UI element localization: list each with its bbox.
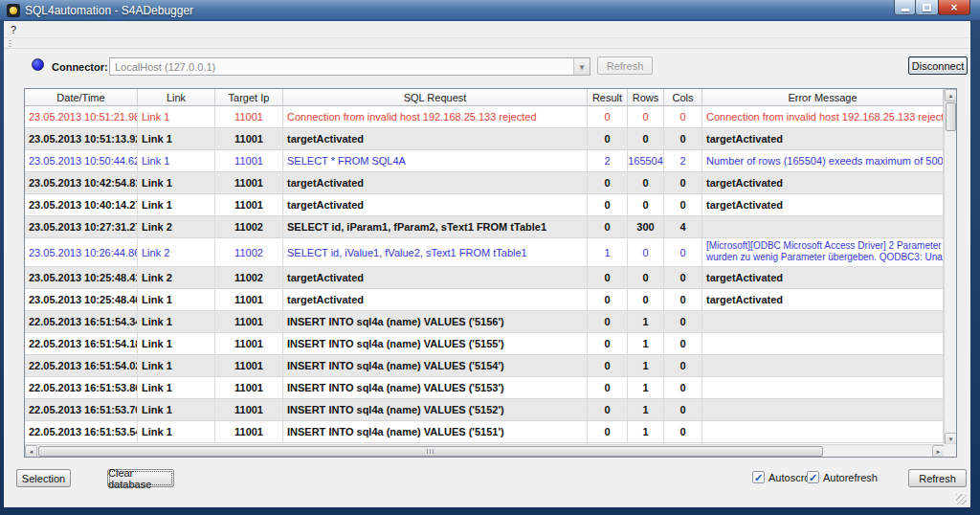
disconnect-button[interactable]: Disconnect (908, 56, 968, 75)
cell-datetime: 22.05.2013 16:51:53.708 (25, 399, 138, 420)
cell-link: Link 1 (138, 194, 215, 215)
table-body: 23.05.2013 10:51:21.988Link 111001Connec… (25, 106, 944, 443)
column-header-datetime[interactable]: Date/Time (25, 89, 138, 105)
cell-datetime: 23.05.2013 10:51:21.988 (25, 106, 138, 127)
column-header-result[interactable]: Result (588, 89, 628, 105)
table-row[interactable]: 23.05.2013 10:27:31.274Link 211002SELECT… (25, 216, 944, 238)
cell-target_ip: 11002 (215, 216, 283, 237)
table-row[interactable]: 22.05.2013 16:51:53.546Link 111001INSERT… (25, 421, 944, 443)
cell-error (702, 333, 944, 354)
cell-sql_request: targetActivated (283, 289, 588, 310)
cell-sql_request: INSERT INTO sql4a (name) VALUES ('5155') (283, 333, 588, 354)
cell-sql_request: INSERT INTO sql4a (name) VALUES ('5156') (283, 311, 588, 332)
cell-cols: 0 (664, 333, 702, 354)
cell-result: 0 (588, 421, 628, 442)
cell-link: Link 2 (138, 238, 215, 266)
column-header-rows[interactable]: Rows (628, 89, 664, 105)
table-row[interactable]: 23.05.2013 10:26:44.860Link 211002SELECT… (25, 238, 944, 267)
cell-cols: 0 (664, 128, 702, 149)
cell-link: Link 1 (138, 355, 215, 376)
cell-result: 0 (588, 333, 628, 354)
cell-link: Link 1 (138, 289, 215, 310)
cell-cols: 0 (664, 377, 702, 398)
cell-result: 0 (588, 172, 628, 193)
cell-link: Link 1 (138, 421, 215, 442)
refresh-button[interactable]: Refresh (908, 469, 967, 487)
cell-rows: 0 (628, 128, 664, 149)
column-header-sql-request[interactable]: SQL Request (283, 89, 588, 105)
cell-cols: 0 (664, 311, 702, 332)
cell-sql_request: targetActivated (283, 172, 588, 193)
cell-link: Link 1 (138, 377, 215, 398)
cell-cols: 0 (664, 194, 702, 215)
table-row[interactable]: 23.05.2013 10:40:14.273Link 111001target… (25, 194, 944, 216)
cell-result: 0 (588, 377, 628, 398)
table-row[interactable]: 22.05.2013 16:51:53.868Link 111001INSERT… (25, 377, 944, 399)
table-row[interactable]: 22.05.2013 16:51:54.348Link 111001INSERT… (25, 311, 944, 333)
scroll-left-icon[interactable]: ◄ (25, 445, 37, 458)
table-row[interactable]: 22.05.2013 16:51:54.028Link 111001INSERT… (25, 355, 944, 377)
cell-link: Link 1 (138, 311, 215, 332)
minimize-button[interactable] (894, 0, 916, 15)
clear-database-button[interactable]: Clear database (107, 469, 174, 487)
table-row[interactable]: 23.05.2013 10:50:44.627Link 111001SELECT… (25, 150, 944, 172)
cell-error: targetActivated (702, 128, 944, 149)
maximize-icon (923, 4, 931, 11)
column-header-error-message[interactable]: Error Message (702, 89, 944, 105)
titlebar[interactable]: SQL4automation - S4ADebugger × (0, 0, 980, 21)
cell-result: 1 (588, 238, 628, 266)
cell-link: Link 1 (138, 128, 215, 149)
toolbar-drag-handle[interactable] (9, 40, 11, 47)
cell-cols: 2 (664, 150, 702, 171)
connector-select[interactable]: LocalHost (127.0.0.1) ▾ (109, 57, 590, 76)
autoscroll-checkbox[interactable]: ✓ (752, 471, 765, 483)
connector-refresh-button[interactable]: Refresh (597, 56, 653, 75)
cell-error: targetActivated (702, 194, 944, 215)
v-scroll-thumb[interactable] (946, 102, 956, 131)
cell-rows: 1 (628, 399, 664, 420)
cell-sql_request: SELECT id, iValue1, fValue2, sText1 FROM… (283, 238, 588, 266)
cell-rows: 1 (628, 333, 664, 354)
maximize-button[interactable] (916, 0, 938, 15)
cell-target_ip: 11001 (215, 150, 283, 171)
cell-error: Number of rows (165504) exeeds maximum o… (702, 150, 944, 171)
connector-label: Connector: (52, 61, 108, 73)
autorefresh-checkbox-group: ✓ Autorefresh (807, 471, 878, 483)
cell-result: 0 (588, 289, 628, 310)
cell-target_ip: 11001 (215, 194, 283, 215)
horizontal-scrollbar[interactable]: ◄ ► (25, 444, 945, 457)
scroll-up-icon[interactable]: ▲ (945, 89, 957, 101)
table-row[interactable]: 22.05.2013 16:51:53.708Link 111001INSERT… (25, 399, 944, 421)
table-row[interactable]: 22.05.2013 16:51:54.188Link 111001INSERT… (25, 333, 944, 355)
autorefresh-checkbox[interactable]: ✓ (807, 471, 819, 483)
table-row[interactable]: 23.05.2013 10:51:13.925Link 111001target… (25, 128, 944, 150)
cell-error (702, 311, 944, 332)
table-row[interactable]: 23.05.2013 10:42:54.817Link 111001target… (25, 172, 944, 194)
cell-datetime: 23.05.2013 10:50:44.627 (25, 150, 138, 171)
cell-target_ip: 11001 (215, 333, 283, 354)
autoscroll-checkbox-group: ✓ Autoscroll (752, 471, 814, 483)
selection-button[interactable]: Selection (16, 469, 71, 487)
chevron-down-icon[interactable]: ▾ (573, 58, 590, 75)
cell-result: 0 (588, 194, 628, 215)
cell-datetime: 22.05.2013 16:51:53.546 (25, 421, 138, 442)
cell-error: targetActivated (702, 172, 944, 193)
client-area: ? Connector: LocalHost (127.0.0.1) ▾ Ref… (4, 21, 970, 507)
table-row[interactable]: 23.05.2013 10:51:21.988Link 111001Connec… (25, 106, 944, 128)
cell-cols: 0 (664, 421, 702, 442)
column-header-cols[interactable]: Cols (664, 89, 702, 105)
h-scroll-thumb[interactable] (38, 446, 823, 457)
column-header-target-ip[interactable]: Target Ip (215, 89, 283, 105)
resize-grip[interactable] (956, 494, 967, 504)
menu-item-help[interactable]: ? (4, 23, 23, 36)
table-row[interactable]: 23.05.2013 10:25:48.410Link 211002target… (25, 267, 944, 289)
cell-datetime: 22.05.2013 16:51:54.188 (25, 333, 138, 354)
close-button[interactable]: × (938, 0, 970, 15)
cell-target_ip: 11001 (215, 311, 283, 332)
cell-cols: 0 (664, 172, 702, 193)
table-row[interactable]: 23.05.2013 10:25:48.409Link 111001target… (25, 289, 944, 311)
vertical-scrollbar[interactable]: ▲ ▼ (944, 89, 956, 445)
cell-sql_request: INSERT INTO sql4a (name) VALUES ('5152') (283, 399, 588, 420)
column-header-link[interactable]: Link (138, 89, 215, 105)
cell-link: Link 2 (138, 267, 215, 288)
